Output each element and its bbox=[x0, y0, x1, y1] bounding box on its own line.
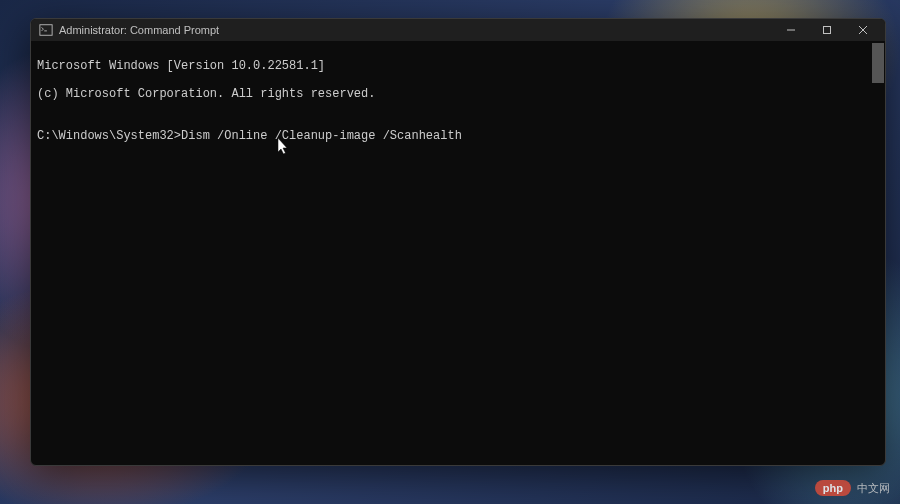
command-prompt-icon bbox=[39, 23, 53, 37]
title-bar[interactable]: Administrator: Command Prompt bbox=[31, 19, 885, 41]
terminal-output-line: Microsoft Windows [Version 10.0.22581.1] bbox=[37, 59, 879, 73]
window-title: Administrator: Command Prompt bbox=[59, 24, 773, 36]
mouse-cursor-icon bbox=[278, 138, 290, 156]
svg-rect-0 bbox=[40, 25, 52, 36]
minimize-button[interactable] bbox=[773, 19, 809, 41]
watermark-badge: php bbox=[815, 480, 851, 496]
close-button[interactable] bbox=[845, 19, 881, 41]
watermark-text: 中文网 bbox=[857, 481, 890, 496]
terminal-output-line: (c) Microsoft Corporation. All rights re… bbox=[37, 87, 879, 101]
scrollbar-thumb[interactable] bbox=[872, 43, 884, 83]
terminal-body[interactable]: Microsoft Windows [Version 10.0.22581.1]… bbox=[31, 41, 885, 465]
command-prompt-window: Administrator: Command Prompt Microsoft … bbox=[30, 18, 886, 466]
watermark: php 中文网 bbox=[815, 480, 890, 496]
terminal-prompt-line: C:\Windows\System32>Dism /Online /Cleanu… bbox=[37, 129, 879, 143]
window-controls bbox=[773, 19, 881, 41]
svg-rect-3 bbox=[824, 27, 831, 34]
maximize-button[interactable] bbox=[809, 19, 845, 41]
